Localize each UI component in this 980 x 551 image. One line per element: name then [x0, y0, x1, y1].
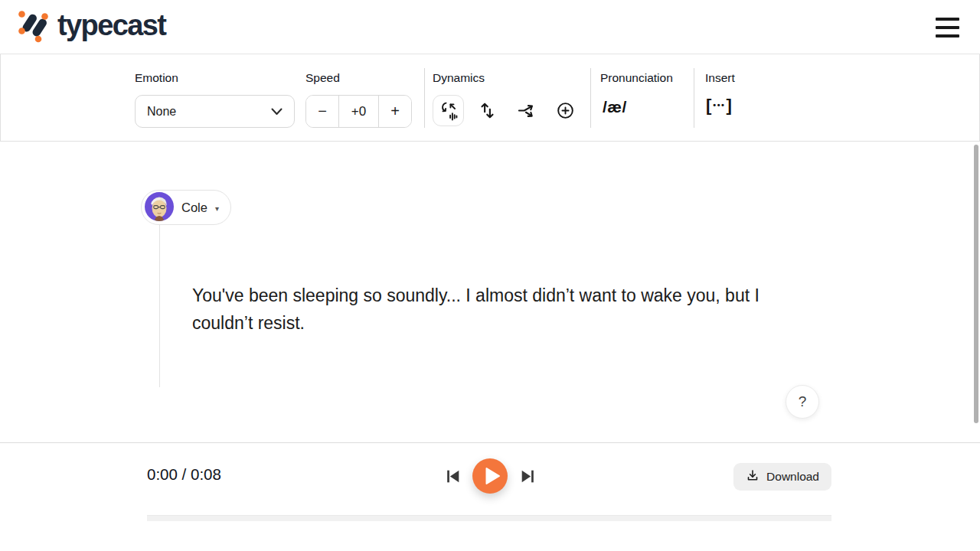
- avatar: [145, 192, 174, 223]
- audio-player-bar: 0:00 / 0:08: [0, 442, 980, 551]
- paragraph-thread-line: [159, 225, 160, 387]
- emotion-selected-value: None: [147, 105, 176, 119]
- next-icon[interactable]: [518, 466, 537, 486]
- insert-pause-icon[interactable]: [ ••• ]: [706, 97, 732, 114]
- seek-bar[interactable]: [147, 515, 831, 521]
- toolbar-divider: [694, 68, 694, 128]
- voice-caret-icon: ▾: [215, 203, 219, 213]
- previous-icon[interactable]: [443, 466, 462, 486]
- dynamics-label: Dynamics: [433, 71, 485, 85]
- scrollbar[interactable]: [974, 145, 978, 423]
- speed-label: Speed: [305, 71, 340, 85]
- speed-stepper: − +0 +: [305, 95, 412, 128]
- chevron-down-icon: [271, 105, 283, 119]
- toolbar-divider: [424, 68, 425, 128]
- voice-selector[interactable]: Cole ▾: [141, 190, 231, 225]
- script-editor: Cole ▾ You've been sleeping so soundly..…: [0, 142, 980, 442]
- emotion-label: Emotion: [135, 71, 178, 85]
- insert-label: Insert: [705, 71, 735, 85]
- play-icon[interactable]: [472, 458, 508, 494]
- download-icon: [746, 468, 760, 485]
- help-button[interactable]: ?: [786, 385, 819, 419]
- download-button[interactable]: Download: [733, 463, 831, 491]
- script-text[interactable]: You've been sleeping so soundly... I alm…: [192, 282, 805, 337]
- speed-decrease-button[interactable]: −: [306, 96, 338, 127]
- add-circle-icon[interactable]: [554, 99, 577, 122]
- app-header: typecast: [0, 0, 980, 54]
- typecast-logo[interactable]: typecast: [17, 8, 165, 46]
- emotion-select[interactable]: None: [135, 95, 295, 128]
- editor-toolbar: Emotion None Speed − +0 + Dynamics: [0, 54, 980, 142]
- typecast-logo-icon: [17, 8, 52, 46]
- playback-controls: [443, 458, 537, 494]
- toolbar-divider: [590, 68, 591, 128]
- brand-name: typecast: [57, 11, 165, 43]
- pronunciation-label: Pronunciation: [600, 71, 673, 85]
- speed-increase-button[interactable]: +: [379, 96, 411, 127]
- voice-name: Cole: [181, 201, 207, 215]
- pronunciation-icon[interactable]: /æ/: [603, 98, 627, 116]
- tempo-split-icon[interactable]: [514, 99, 538, 122]
- time-display: 0:00 / 0:08: [147, 465, 221, 484]
- speed-value: +0: [338, 96, 379, 127]
- pitch-arrows-icon[interactable]: [475, 99, 499, 122]
- menu-icon[interactable]: [936, 18, 959, 37]
- typecast-app: typecast Emotion None Speed − +0 + Dynam…: [0, 0, 980, 551]
- intonation-icon[interactable]: [433, 95, 464, 126]
- download-label: Download: [766, 470, 819, 484]
